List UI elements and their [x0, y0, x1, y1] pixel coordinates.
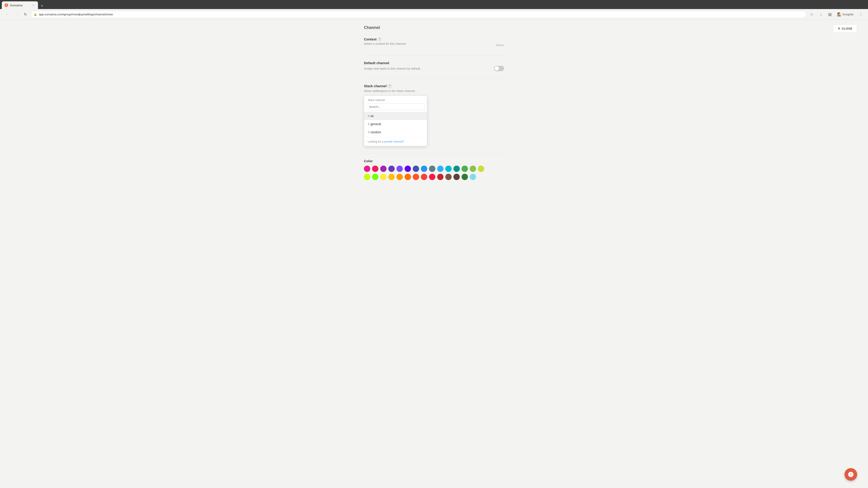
color-swatch[interactable] — [421, 174, 427, 180]
channel-name-random: random — [370, 130, 381, 134]
sidebar-button[interactable]: ▧ — [826, 11, 833, 18]
dropdown-footer-text: Looking for a — [368, 140, 384, 143]
color-title: Color — [364, 159, 373, 163]
context-section: Context ? Select a context for this chan… — [364, 37, 504, 48]
tab-bar: S Sunsama × + — [0, 0, 868, 9]
color-swatch[interactable] — [470, 166, 476, 172]
color-swatch[interactable] — [364, 174, 370, 180]
slack-channel-title: Slack channel — [364, 84, 386, 88]
default-channel-title: Default channel — [364, 61, 389, 65]
color-grid-row1 — [364, 166, 504, 172]
slack-channel-help-icon[interactable]: ? — [388, 84, 392, 88]
dropdown-header: Slack channel: — [364, 96, 427, 103]
private-channel-link[interactable]: private channel? — [384, 140, 404, 143]
page-content: ✕ CLOSE Channel Context ? Select a conte… — [0, 20, 868, 477]
color-swatch[interactable] — [388, 166, 395, 172]
default-channel-toggle-container — [494, 66, 504, 71]
reload-button[interactable]: ↻ — [22, 11, 29, 18]
hash-icon-general: # — [368, 122, 370, 126]
color-swatch[interactable] — [413, 166, 419, 172]
color-swatch[interactable] — [388, 174, 395, 180]
bookmark-button[interactable]: ☆ — [808, 11, 815, 18]
hash-icon-random: # — [368, 130, 370, 134]
default-channel-section: Default channel Assign new tasks to this… — [364, 61, 504, 71]
context-header: Context ? — [364, 37, 504, 41]
support-chat-button[interactable] — [844, 468, 857, 481]
color-swatch[interactable] — [397, 174, 403, 180]
slack-channel-search-input[interactable] — [366, 103, 425, 110]
address-bar[interactable]: 🔒 app.sunsama.com/group/moodjoy/settings… — [31, 11, 806, 18]
slack-channel-dropdown-container: Slack channel: # as # general # random — [364, 96, 504, 146]
address-text: app.sunsama.com/group/moodjoy/settings/c… — [39, 13, 113, 16]
color-swatch[interactable] — [405, 174, 411, 180]
lock-icon: 🔒 — [34, 13, 37, 16]
menu-button[interactable]: ⋮ — [857, 11, 864, 18]
color-swatch[interactable] — [429, 174, 435, 180]
forward-button[interactable]: → — [13, 11, 20, 18]
channel-name-as: as — [370, 114, 374, 118]
close-button[interactable]: ✕ CLOSE — [833, 24, 857, 33]
tab-close-btn[interactable]: × — [32, 3, 35, 7]
browser-toolbar: ← → ↻ 🔒 app.sunsama.com/group/moodjoy/se… — [0, 9, 868, 20]
close-x-icon: ✕ — [838, 27, 840, 30]
default-channel-row: Assign new tasks to this channel by defa… — [364, 66, 504, 71]
divider-3 — [364, 153, 504, 154]
color-swatch[interactable] — [478, 166, 484, 172]
color-swatch[interactable] — [429, 166, 435, 172]
color-swatch[interactable] — [445, 174, 452, 180]
incognito-badge: 🕵️ Incognito — [835, 11, 855, 18]
slack-channel-section: Slack channel ? Show notifications in th… — [364, 84, 504, 146]
close-label: CLOSE — [842, 27, 852, 30]
context-title: Context — [364, 37, 377, 41]
context-select[interactable]: Select — [496, 43, 504, 47]
context-row: Select a context for this channel. Selec… — [364, 42, 504, 48]
default-channel-header: Default channel — [364, 61, 504, 65]
color-grid-row2 — [364, 174, 504, 180]
tab-title: Sunsama — [10, 4, 22, 7]
color-swatch[interactable] — [454, 166, 460, 172]
slack-channel-subtitle: Show notifications in the Slack channel.… — [364, 89, 417, 93]
toggle-thumb — [495, 66, 499, 71]
context-subtitle: Select a context for this channel. — [364, 42, 406, 45]
tab-favicon: S — [4, 3, 8, 7]
color-swatch[interactable] — [437, 166, 443, 172]
slack-channel-item-random[interactable]: # random — [364, 128, 427, 136]
hash-icon-as: # — [368, 114, 370, 118]
color-section: Color — [364, 159, 504, 180]
color-swatch[interactable] — [405, 166, 411, 172]
slack-channel-item-as[interactable]: # as — [364, 112, 427, 120]
toolbar-actions: ☆ ↓ ▧ 🕵️ Incognito ⋮ — [808, 11, 864, 18]
settings-content: Channel Context ? Select a context for t… — [355, 25, 513, 180]
color-swatch[interactable] — [470, 174, 476, 180]
color-swatch[interactable] — [372, 174, 378, 180]
default-channel-toggle[interactable] — [494, 66, 504, 71]
color-swatch[interactable] — [413, 174, 419, 180]
color-header: Color — [364, 159, 504, 163]
slack-channel-item-general[interactable]: # general — [364, 120, 427, 128]
divider-1 — [364, 55, 504, 56]
download-button[interactable]: ↓ — [817, 11, 825, 18]
new-tab-button[interactable]: + — [39, 3, 45, 9]
incognito-label: Incognito — [842, 13, 854, 16]
color-swatch[interactable] — [380, 166, 386, 172]
slack-channel-header: Slack channel ? — [364, 84, 504, 88]
color-swatch[interactable] — [372, 166, 378, 172]
context-help-icon[interactable]: ? — [378, 37, 381, 41]
breadcrumb: Channel — [364, 25, 504, 30]
color-swatch[interactable] — [462, 174, 468, 180]
channel-name-general: general — [370, 122, 381, 126]
color-swatch[interactable] — [445, 166, 452, 172]
color-swatch[interactable] — [454, 174, 460, 180]
back-button[interactable]: ← — [4, 11, 11, 18]
color-swatch[interactable] — [437, 174, 443, 180]
color-swatch[interactable] — [364, 166, 370, 172]
support-chat-icon — [848, 471, 854, 478]
color-swatch[interactable] — [397, 166, 403, 172]
color-swatch[interactable] — [421, 166, 427, 172]
slack-channel-dropdown: Slack channel: # as # general # random — [364, 96, 427, 146]
default-channel-subtitle: Assign new tasks to this channel by defa… — [364, 67, 421, 70]
color-swatch[interactable] — [462, 166, 468, 172]
dropdown-footer: Looking for a private channel? — [364, 137, 427, 146]
active-tab[interactable]: S Sunsama × — [2, 1, 38, 9]
color-swatch[interactable] — [380, 174, 386, 180]
